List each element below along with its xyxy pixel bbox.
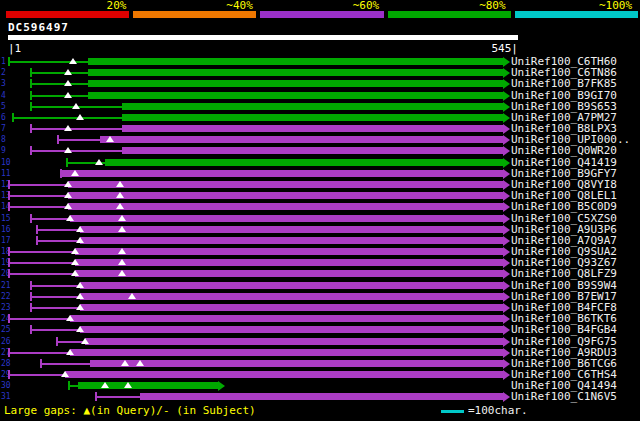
hit-thin-segment — [57, 139, 100, 141]
hit-bar[interactable] — [122, 103, 503, 110]
gap-marker-icon — [106, 136, 114, 142]
hit-bar[interactable] — [80, 282, 503, 289]
scale-segment — [260, 11, 383, 18]
hit-number: 31 — [1, 392, 11, 401]
hit-bar[interactable] — [70, 349, 503, 356]
hit-label[interactable]: UniRef100_C1N6V5 — [511, 391, 617, 402]
gap-marker-icon — [116, 203, 124, 209]
hit-number: 26 — [1, 337, 11, 346]
hit-label[interactable]: UniRef100_B7FK85 — [511, 78, 617, 89]
hit-bar[interactable] — [80, 237, 503, 244]
hit-bar[interactable] — [75, 248, 503, 255]
hit-arrow-icon — [503, 57, 510, 67]
hit-number: 3 — [1, 79, 6, 88]
gap-marker-icon — [64, 203, 72, 209]
hit-arrow-icon — [503, 135, 510, 145]
hit-bar[interactable] — [68, 203, 503, 210]
hit-number: 9 — [1, 146, 6, 155]
hit-arrow-icon — [503, 214, 510, 224]
gap-marker-icon — [76, 226, 84, 232]
hit-thin-segment — [30, 83, 88, 85]
hit-bar[interactable] — [140, 393, 503, 400]
hit-number: 23 — [1, 303, 11, 312]
hit-arrow-icon — [503, 102, 510, 112]
gap-marker-icon — [118, 226, 126, 232]
gap-marker-icon — [101, 382, 109, 388]
scale-label: ~40% — [132, 0, 258, 11]
hit-arrow-icon — [503, 247, 510, 257]
gap-marker-icon — [64, 69, 72, 75]
gap-marker-icon — [72, 103, 80, 109]
scale-segment — [6, 11, 129, 18]
hit-bar[interactable] — [80, 304, 503, 311]
gap-marker-icon — [64, 92, 72, 98]
gap-marker-icon — [71, 270, 79, 276]
hit-thin-segment — [30, 285, 80, 287]
hit-bar[interactable] — [80, 293, 503, 300]
hit-bar[interactable] — [70, 215, 503, 222]
gap-marker-icon — [128, 293, 136, 299]
hit-arrow-icon — [503, 158, 510, 168]
hit-bar[interactable] — [88, 58, 503, 65]
hit-thin-segment — [95, 396, 140, 398]
hit-bar[interactable] — [88, 80, 503, 87]
gap-marker-icon — [64, 192, 72, 198]
hit-bar[interactable] — [122, 125, 503, 132]
gap-marker-icon — [124, 382, 132, 388]
hit-label[interactable]: UniRef100_Q8LFZ9 — [511, 268, 617, 279]
hit-bar[interactable] — [88, 92, 503, 99]
hit-bar[interactable] — [68, 181, 503, 188]
hit-label[interactable]: UniRef100_B4FGB4 — [511, 324, 617, 335]
hit-thin-segment — [30, 72, 88, 74]
hit-thin-segment — [12, 117, 122, 119]
gap-marker-icon — [118, 259, 126, 265]
scale-segment — [515, 11, 638, 18]
hit-arrow-icon — [218, 381, 225, 391]
hit-arrow-icon — [503, 68, 510, 78]
gap-marker-icon — [71, 170, 79, 176]
hit-row: 20UniRef100_Q8LFZ9 — [0, 268, 640, 279]
hit-bar[interactable] — [100, 136, 503, 143]
hit-thin-segment — [30, 307, 80, 309]
hit-bar[interactable] — [105, 159, 503, 166]
hit-bar[interactable] — [122, 114, 503, 121]
hit-number: 25 — [1, 325, 11, 334]
hit-thin-segment — [8, 251, 75, 253]
hit-bar[interactable] — [75, 259, 503, 266]
gap-marker-icon — [136, 360, 144, 366]
hit-bar[interactable] — [75, 270, 503, 277]
hit-bar[interactable] — [62, 170, 503, 177]
hit-bar[interactable] — [80, 326, 503, 333]
hit-bar[interactable] — [122, 147, 503, 154]
scale-segment — [133, 11, 256, 18]
hit-bar[interactable] — [88, 69, 503, 76]
gap-marker-icon — [66, 315, 74, 321]
gap-marker-icon — [69, 58, 77, 64]
gap-marker-icon — [116, 192, 124, 198]
query-start-coordinate: |1 — [8, 42, 21, 55]
hit-bar[interactable] — [65, 371, 503, 378]
hit-bar[interactable] — [68, 192, 503, 199]
hit-thin-segment — [8, 273, 75, 275]
hit-label[interactable]: UniRef100_B5C0D9 — [511, 201, 617, 212]
hit-label[interactable]: UniRef100_Q0WR20 — [511, 145, 617, 156]
hit-arrow-icon — [503, 359, 510, 369]
hit-bar[interactable] — [85, 338, 503, 345]
hit-number: 5 — [1, 102, 6, 111]
hit-arrow-icon — [503, 258, 510, 268]
hit-bar[interactable] — [78, 382, 218, 389]
hit-number: 2 — [1, 68, 6, 77]
gap-marker-icon — [71, 259, 79, 265]
query-ruler-bar — [8, 35, 518, 40]
hit-arrow-icon — [503, 202, 510, 212]
identity-scale-bar — [6, 11, 638, 18]
hit-bar[interactable] — [90, 360, 503, 367]
hit-number: 30 — [1, 381, 11, 390]
hit-row: 25UniRef100_B4FGB4 — [0, 324, 640, 335]
query-end-coordinate: 545| — [492, 42, 519, 55]
hit-arrow-icon — [503, 337, 510, 347]
hit-bar[interactable] — [80, 226, 503, 233]
hit-bar[interactable] — [70, 315, 503, 322]
query-name: DC596497 — [8, 21, 69, 34]
hit-arrow-icon — [503, 169, 510, 179]
